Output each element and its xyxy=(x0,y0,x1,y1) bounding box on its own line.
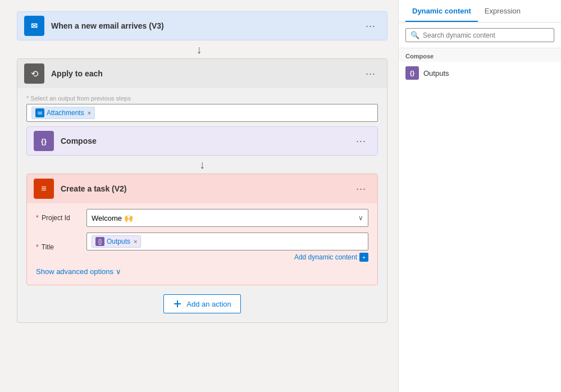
attachments-token-remove[interactable]: × xyxy=(88,110,91,116)
search-box[interactable]: 🔍 xyxy=(405,28,554,42)
panel-tabs: Dynamic content Expression xyxy=(399,0,561,22)
apply-each-more[interactable]: ··· xyxy=(361,66,380,82)
add-action-button[interactable]: Add an action xyxy=(163,294,241,313)
show-advanced-label: Show advanced options xyxy=(36,267,113,276)
add-dynamic-link[interactable]: Add dynamic content + xyxy=(86,253,368,262)
compose-more[interactable]: ··· xyxy=(352,133,371,149)
dropdown-chevron-icon: ∨ xyxy=(358,214,363,222)
select-output-input[interactable]: ✉ Attachments × xyxy=(26,104,378,122)
add-dynamic-label: Add dynamic content xyxy=(294,253,357,261)
title-row: * Title {} Outputs × xyxy=(36,233,368,262)
email-trigger-title: When a new email arrives (V3) xyxy=(51,21,361,30)
create-task-icon: ≡ xyxy=(34,179,54,199)
project-id-label: * Project Id xyxy=(36,214,86,222)
outputs-token-icon: {} xyxy=(95,237,104,246)
create-task-body: * Project Id Welcome 🙌 ∨ xyxy=(27,203,377,285)
add-action-icon xyxy=(173,299,182,308)
create-task-header[interactable]: ≡ Create a task (V2) ··· xyxy=(27,174,377,203)
panel-search-area: 🔍 xyxy=(399,22,561,48)
dynamic-content-panel: Dynamic content Expression 🔍 Compose {} … xyxy=(398,0,561,392)
attachments-token-label: Attachments xyxy=(47,109,84,117)
apply-each-title: Apply to each xyxy=(51,69,361,78)
create-task-card: ≡ Create a task (V2) ··· * Project Id xyxy=(26,174,378,285)
project-id-input: Welcome 🙌 ∨ xyxy=(86,209,368,227)
apply-each-card: ⟲ Apply to each ··· * Select an output f… xyxy=(17,58,387,323)
project-id-value: Welcome 🙌 xyxy=(92,214,133,222)
show-advanced-chevron-icon: ∨ xyxy=(116,267,121,276)
tab-dynamic-content[interactable]: Dynamic content xyxy=(405,0,478,22)
add-dynamic-anchor[interactable]: Add dynamic content + xyxy=(294,253,368,262)
create-task-more[interactable]: ··· xyxy=(352,181,371,197)
arrow-1: ↓ xyxy=(17,40,381,58)
project-id-row: * Project Id Welcome 🙌 ∨ xyxy=(36,209,368,227)
email-trigger-header[interactable]: ✉ When a new email arrives (V3) ··· xyxy=(17,11,387,40)
compose-icon: {} xyxy=(34,131,54,151)
apply-each-header[interactable]: ⟲ Apply to each ··· xyxy=(17,59,387,88)
show-advanced-options[interactable]: Show advanced options ∨ xyxy=(36,267,368,276)
arrow-2: ↓ xyxy=(26,156,378,174)
panel-outputs-item[interactable]: {} Outputs xyxy=(399,62,561,84)
svg-rect-1 xyxy=(174,303,181,304)
apply-each-body: * Select an output from previous steps ✉… xyxy=(17,88,387,322)
email-trigger-more[interactable]: ··· xyxy=(361,18,380,34)
compose-header[interactable]: {} Compose ··· xyxy=(26,126,378,156)
project-id-dropdown[interactable]: Welcome 🙌 ∨ xyxy=(86,209,368,227)
search-dynamic-input[interactable] xyxy=(423,31,549,39)
outputs-token-label: Outputs xyxy=(107,238,130,245)
title-label: * Title xyxy=(36,243,86,251)
select-output-label: * Select an output from previous steps xyxy=(26,95,378,102)
attachments-token[interactable]: ✉ Attachments × xyxy=(31,107,95,119)
panel-outputs-label: Outputs xyxy=(423,69,449,78)
outputs-token-remove[interactable]: × xyxy=(134,238,137,245)
tab-expression[interactable]: Expression xyxy=(478,0,527,22)
add-action-container: Add an action xyxy=(26,294,378,313)
add-dynamic-icon: + xyxy=(359,253,368,262)
create-task-title: Create a task (V2) xyxy=(61,184,352,193)
email-trigger-card[interactable]: ✉ When a new email arrives (V3) ··· xyxy=(17,11,387,40)
email-trigger-icon: ✉ xyxy=(24,16,44,36)
compose-card[interactable]: {} Compose ··· xyxy=(26,126,378,156)
attachments-token-icon: ✉ xyxy=(35,108,44,117)
inner-steps: {} Compose ··· ↓ ≡ Create a task (V2) xyxy=(26,126,378,285)
outputs-token[interactable]: {} Outputs × xyxy=(92,235,141,248)
panel-outputs-icon: {} xyxy=(405,66,419,80)
panel-section-compose: Compose xyxy=(399,48,561,62)
add-action-label: Add an action xyxy=(186,300,231,308)
apply-each-icon: ⟲ xyxy=(24,63,44,84)
search-icon: 🔍 xyxy=(411,31,419,39)
title-input: {} Outputs × Add dynamic content + xyxy=(86,233,368,262)
title-token-input[interactable]: {} Outputs × xyxy=(86,233,368,250)
compose-title: Compose xyxy=(61,136,352,145)
